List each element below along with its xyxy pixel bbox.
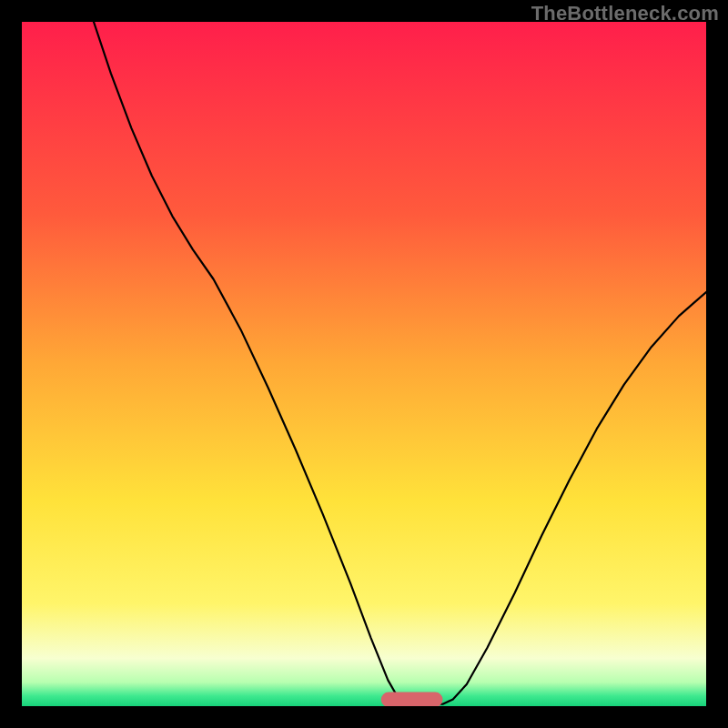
chart-frame: TheBottleneck.com — [0, 0, 728, 728]
bottleneck-chart — [0, 0, 728, 728]
optimum-marker — [381, 692, 443, 707]
plot-background — [22, 22, 706, 706]
watermark-text: TheBottleneck.com — [531, 2, 719, 25]
